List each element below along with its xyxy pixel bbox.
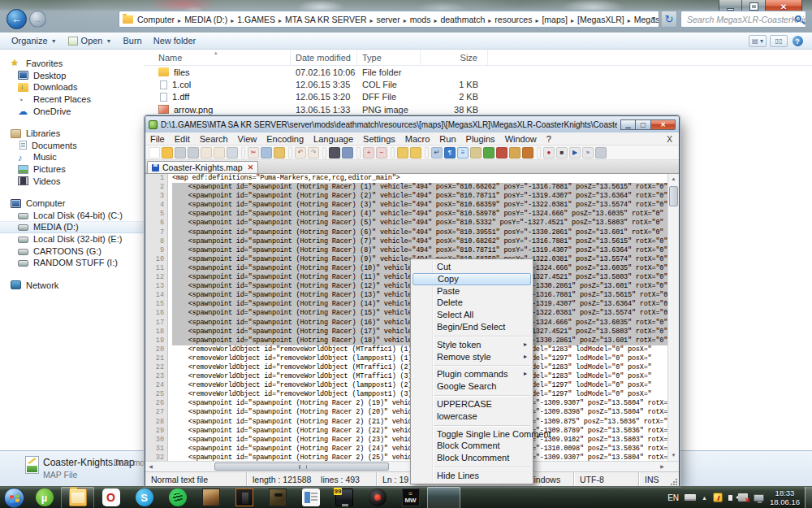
context-menu-item[interactable]: Toggle Single Line Comment bbox=[411, 428, 533, 441]
code-line[interactable]: <spawnpoint id="spawnpoint (Hotring Race… bbox=[172, 219, 667, 228]
breadcrumb-item[interactable]: mods bbox=[410, 15, 441, 24]
taskbar-app-button[interactable] bbox=[294, 487, 327, 508]
toolbar-icon[interactable] bbox=[175, 147, 186, 158]
taskbar-app-button[interactable]: O bbox=[94, 487, 127, 508]
breadcrumb-item[interactable]: resources bbox=[495, 15, 542, 24]
context-menu-item[interactable]: Cut bbox=[411, 261, 533, 273]
context-menu-item[interactable]: Block Comment bbox=[411, 440, 533, 452]
toolbar-icon[interactable] bbox=[537, 147, 541, 158]
taskbar-app-button[interactable]: S bbox=[127, 487, 161, 508]
scroll-up-icon[interactable]: ▲ bbox=[668, 174, 679, 185]
sidebar-item[interactable]: Documents bbox=[0, 140, 145, 152]
toolbar-icon[interactable] bbox=[425, 147, 429, 158]
toolbar-icon[interactable] bbox=[595, 147, 607, 158]
sidebar-item[interactable]: Libraries bbox=[0, 128, 145, 140]
organize-button[interactable]: Organize▼ bbox=[11, 36, 57, 46]
toolbar-icon[interactable] bbox=[288, 147, 292, 158]
toolbar-icon[interactable] bbox=[227, 147, 238, 158]
help-button[interactable]: ? bbox=[791, 35, 804, 47]
taskbar-app-button[interactable] bbox=[194, 487, 227, 508]
sidebar-item[interactable]: Computer bbox=[0, 198, 145, 210]
sidebar-item[interactable]: Favorites bbox=[0, 58, 145, 70]
toolbar-icon[interactable]: ▶ bbox=[569, 147, 581, 158]
show-desktop-button[interactable] bbox=[805, 487, 812, 508]
notepad-title-bar[interactable]: D:\1.GAMES\MTA SA KR SERVER\server\mods\… bbox=[145, 116, 679, 132]
search-box[interactable]: Search MegasXLR-CoasterKnights bbox=[680, 11, 806, 28]
toolbar-icon[interactable]: ↵ bbox=[431, 147, 443, 158]
breadcrumb-item[interactable]: Computer bbox=[137, 15, 184, 24]
refresh-button[interactable]: ↻ bbox=[662, 11, 677, 28]
context-menu-item[interactable] bbox=[411, 423, 533, 428]
breadcrumb-item[interactable]: deathmatch bbox=[440, 15, 495, 24]
toolbar-icon[interactable]: + bbox=[363, 147, 374, 158]
notepad-close-button[interactable]: ✕ bbox=[651, 119, 676, 130]
toolbar-icon[interactable] bbox=[162, 147, 173, 158]
menu-item[interactable]: File bbox=[145, 134, 170, 144]
network-status-icon[interactable] bbox=[738, 493, 748, 501]
toolbar-icon[interactable] bbox=[397, 147, 408, 158]
context-menu-item[interactable]: Google Search bbox=[411, 380, 533, 393]
file-row[interactable]: 1.dff 12.06.15 3:20 DFF File 2 KB bbox=[145, 91, 812, 103]
back-button[interactable]: ← bbox=[6, 9, 27, 29]
sidebar-item[interactable]: Desktop bbox=[0, 70, 145, 82]
context-menu-item[interactable] bbox=[411, 333, 533, 339]
context-menu-item[interactable]: Hide Lines bbox=[411, 470, 533, 482]
menu-item[interactable]: Run bbox=[434, 134, 460, 144]
context-menu-item[interactable]: UPPERCASE bbox=[411, 398, 533, 410]
toolbar-icon[interactable] bbox=[410, 147, 421, 158]
context-menu-item[interactable]: Copy bbox=[412, 273, 531, 285]
toolbar-icon[interactable]: ✂ bbox=[248, 147, 259, 158]
menu-item[interactable]: Macro bbox=[400, 134, 435, 144]
context-menu-item[interactable]: Select All bbox=[411, 309, 533, 321]
menu-item[interactable]: View bbox=[233, 134, 262, 144]
menu-item[interactable]: Encoding bbox=[261, 134, 309, 144]
code-line[interactable]: <spawnpoint id="spawnpoint (Hotring Race… bbox=[172, 201, 667, 210]
file-row[interactable]: arrow.png 13.06.15 1:33 PNG image 38 KB bbox=[145, 103, 812, 115]
toolbar-icon[interactable]: ■ bbox=[556, 147, 568, 158]
file-row[interactable]: 1.col 12.06.15 3:35 COL File 1 KB bbox=[145, 78, 812, 90]
toolbar-icon[interactable]: » bbox=[582, 147, 594, 158]
forward-button[interactable]: → bbox=[29, 11, 46, 28]
toolbar-icon[interactable] bbox=[241, 147, 245, 158]
breadcrumb-item[interactable]: server bbox=[377, 15, 410, 24]
vertical-scroll-thumb[interactable] bbox=[669, 186, 678, 206]
toolbar-icon[interactable] bbox=[274, 147, 285, 158]
menu-item[interactable]: Plugins bbox=[461, 134, 500, 144]
tab-close-icon[interactable]: ✕ bbox=[248, 163, 254, 172]
clock[interactable]: 18:33 18.06.16 bbox=[770, 488, 800, 506]
taskbar-app-button[interactable] bbox=[161, 487, 194, 508]
toolbar-icon[interactable] bbox=[391, 147, 395, 158]
toolbar-icon[interactable] bbox=[261, 147, 272, 158]
menu-item[interactable]: Settings bbox=[358, 134, 400, 144]
address-dropdown-icon[interactable]: ▾ bbox=[652, 15, 655, 22]
menu-item[interactable]: Window bbox=[500, 134, 542, 144]
toolbar-icon[interactable] bbox=[188, 147, 199, 158]
horizontal-scroll-thumb[interactable] bbox=[214, 462, 389, 471]
scroll-left-icon[interactable]: ◀ bbox=[145, 462, 156, 471]
context-menu-item[interactable]: Begin/End Select bbox=[411, 321, 533, 333]
toolbar-icon[interactable]: ≡ bbox=[457, 147, 469, 158]
notepad-minimize-button[interactable]: ▁ bbox=[620, 119, 636, 130]
toolbar-icon[interactable]: ↶ bbox=[295, 147, 306, 158]
breadcrumb-item[interactable]: 1.GAMES bbox=[237, 15, 285, 24]
code-line[interactable]: <spawnpoint id="spawnpoint (Hotring Race… bbox=[172, 192, 667, 201]
toolbar-icon[interactable] bbox=[496, 147, 508, 158]
taskbar-app-button[interactable] bbox=[427, 487, 460, 508]
context-menu-item[interactable]: Style token ▸ bbox=[411, 339, 533, 351]
start-button[interactable] bbox=[0, 487, 28, 508]
breadcrumb-item[interactable]: MEDIA (D:) bbox=[184, 15, 237, 24]
toolbar-icon[interactable] bbox=[201, 147, 212, 158]
context-menu-item[interactable]: Remove style ▸ bbox=[411, 351, 533, 363]
context-menu-item[interactable]: Block Uncomment bbox=[411, 452, 533, 464]
download-manager-tray-icon[interactable] bbox=[713, 493, 723, 502]
sidebar-item[interactable]: Recent Places bbox=[0, 93, 145, 106]
taskbar-app-button[interactable] bbox=[61, 487, 94, 508]
scroll-right-icon[interactable]: ▶ bbox=[657, 462, 667, 471]
column-header-size[interactable]: Size bbox=[421, 50, 488, 65]
sidebar-item[interactable]: CARTOONS (G:) bbox=[0, 245, 145, 257]
sidebar-item[interactable]: Network bbox=[0, 280, 145, 292]
context-menu-item[interactable]: lowercase bbox=[411, 410, 533, 423]
sidebar-item[interactable]: Downloads bbox=[0, 81, 145, 93]
display-tray-icon[interactable] bbox=[754, 494, 764, 501]
sidebar-item[interactable]: Pictures bbox=[0, 163, 145, 176]
